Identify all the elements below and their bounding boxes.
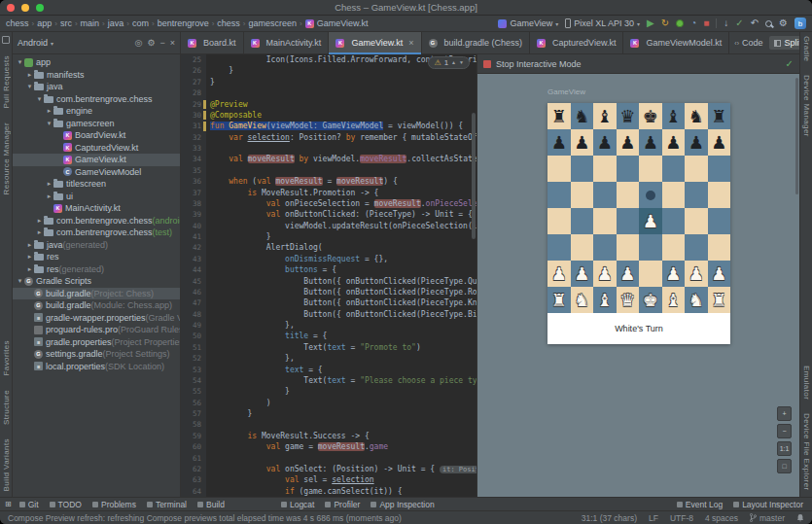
settings-gear-icon[interactable]: ⚙: [779, 18, 788, 28]
breadcrumb-item[interactable]: com: [132, 18, 149, 28]
breadcrumb-item[interactable]: KGameView.kt: [305, 18, 369, 28]
board-square[interactable]: ♟: [547, 129, 571, 156]
board-square[interactable]: [639, 156, 662, 182]
line-number[interactable]: 42: [181, 242, 206, 253]
board-square[interactable]: ♞: [685, 103, 708, 129]
tool-stripe-build-variants[interactable]: Build Variants: [2, 438, 11, 491]
chevron-up-icon[interactable]: ▲: [451, 60, 456, 65]
board-square[interactable]: [593, 208, 617, 234]
line-number[interactable]: 47: [181, 297, 206, 308]
code-line[interactable]: 42 AlertDialog(: [181, 242, 477, 253]
search-icon[interactable]: [765, 20, 772, 27]
breadcrumb-item[interactable]: java: [108, 18, 124, 28]
board-square[interactable]: [708, 208, 731, 234]
tree-item-build-gradle[interactable]: Gbuild.gradle (Module: Chess.app): [13, 299, 180, 312]
code-line[interactable]: 35: [181, 165, 477, 176]
line-ending-indicator[interactable]: LF: [649, 513, 658, 523]
zoom-button-out[interactable]: −: [777, 424, 792, 438]
tool-window-button-terminal[interactable]: Terminal: [147, 500, 187, 509]
tree-item-build-gradle[interactable]: Gbuild.gradle (Project: Chess): [13, 288, 180, 300]
notifications-bell-icon[interactable]: [796, 513, 804, 522]
tree-item-proguard-rules-pro[interactable]: proguard-rules.pro (ProGuard Rules for C…: [13, 324, 180, 336]
chevron-right-icon[interactable]: ▸: [25, 253, 34, 261]
tree-item-capturedview-kt[interactable]: KCapturedView.kt: [13, 142, 180, 155]
tree-item-gradle-scripts[interactable]: ▾GGradle Scripts: [13, 275, 180, 288]
tool-window-button-git[interactable]: Git: [19, 500, 39, 509]
code-line[interactable]: 43 onDismissRequest = {},: [181, 254, 477, 264]
board-square[interactable]: [685, 182, 708, 208]
board-square[interactable]: [639, 182, 662, 208]
project-tool-icon[interactable]: [2, 36, 10, 44]
board-square[interactable]: [571, 182, 594, 208]
code-line[interactable]: 59 is MoveResult.Success -> {: [181, 431, 477, 441]
line-number[interactable]: 28: [181, 87, 206, 98]
board-square[interactable]: ♟: [593, 261, 617, 287]
tool-stripe-pull-requests[interactable]: Pull Requests: [2, 55, 11, 109]
tree-item-gamescreen[interactable]: ▾gamescreen: [13, 118, 180, 130]
editor-tab[interactable]: Gbuild.gradle (Chess): [422, 32, 531, 53]
breadcrumb-item[interactable]: chess: [217, 18, 240, 28]
tree-item-res[interactable]: ▸res (generated): [13, 263, 180, 276]
chevron-right-icon[interactable]: ▸: [35, 217, 44, 225]
board-square[interactable]: [571, 234, 594, 261]
zoom-button-fit[interactable]: □: [777, 459, 792, 473]
run-button[interactable]: ▶: [647, 18, 654, 28]
code-line[interactable]: 38 val onPieceSelection = moveResult.onP…: [181, 198, 477, 209]
tree-item-gameview-kt[interactable]: KGameView.kt: [13, 154, 180, 166]
chevron-right-icon[interactable]: ▸: [45, 192, 53, 200]
line-number[interactable]: 30: [181, 110, 206, 121]
chevron-right-icon[interactable]: ▸: [25, 71, 34, 79]
line-number[interactable]: 41: [181, 231, 206, 242]
git-rollback-button[interactable]: ↶: [751, 18, 759, 28]
board-square[interactable]: [547, 234, 571, 261]
tool-window-button-app-inspection[interactable]: App Inspection: [371, 500, 434, 509]
line-number[interactable]: 27: [181, 77, 206, 87]
code-line[interactable]: 48 Button({ onButtonClicked(PieceType.Bi…: [181, 309, 477, 320]
stop-button[interactable]: ■: [703, 18, 709, 28]
board-square[interactable]: ♟: [617, 261, 640, 287]
line-number[interactable]: 64: [181, 486, 206, 497]
line-number[interactable]: 32: [181, 132, 206, 143]
code-line[interactable]: 45 Button({ onButtonClicked(PieceType.Qu…: [181, 276, 477, 287]
line-number[interactable]: 44: [181, 264, 206, 275]
board-square[interactable]: ♝: [662, 103, 686, 129]
chevron-right-icon[interactable]: ▸: [45, 180, 53, 188]
board-square[interactable]: [617, 156, 640, 182]
settings-gear-icon[interactable]: ⚙: [147, 38, 155, 48]
board-square[interactable]: ♟: [662, 261, 686, 287]
code-line[interactable]: 57 }: [181, 408, 477, 419]
tree-item-com-bentrengrove-chess[interactable]: ▾com.bentrengrove.chess: [13, 93, 180, 106]
zoom-button-in[interactable]: +: [777, 406, 792, 421]
breadcrumb-item[interactable]: gamescreen: [249, 18, 298, 28]
code-line[interactable]: 52 },: [181, 353, 477, 364]
line-number[interactable]: 54: [181, 375, 206, 386]
project-view-selector[interactable]: Android ▾: [18, 38, 53, 48]
board-square[interactable]: ♟: [639, 208, 662, 234]
code-line[interactable]: 44 buttons = {: [181, 264, 477, 275]
code-line[interactable]: 28: [181, 87, 477, 98]
line-number[interactable]: 36: [181, 176, 206, 187]
board-square[interactable]: [571, 208, 594, 234]
board-square[interactable]: ♞: [571, 103, 594, 129]
tool-stripe-device-manager[interactable]: Device Manager: [802, 75, 811, 137]
tree-item-java[interactable]: ▸java (generated): [13, 239, 180, 252]
zoom-button-actual[interactable]: 1:1: [777, 441, 792, 456]
tool-window-button-layout-inspector[interactable]: Layout Inspector: [733, 500, 803, 509]
tool-stripe-resource-manager[interactable]: Resource Manager: [2, 122, 11, 194]
board-square[interactable]: ♞: [571, 287, 594, 313]
board-square[interactable]: ♜: [547, 103, 571, 129]
preview-scrollbar[interactable]: [795, 78, 798, 194]
board-square[interactable]: [593, 156, 617, 182]
apply-changes-button[interactable]: ↻: [661, 18, 669, 28]
board-square[interactable]: ♚: [639, 103, 662, 129]
line-number[interactable]: 43: [181, 254, 206, 264]
editor-tab[interactable]: KCapturedView.kt: [530, 32, 623, 53]
code-line[interactable]: 30@Composable: [181, 110, 477, 121]
board-square[interactable]: [639, 261, 662, 287]
line-number[interactable]: 38: [181, 198, 206, 209]
breadcrumb-item[interactable]: app: [37, 18, 52, 28]
view-mode-code[interactable]: ‹›Code: [729, 36, 767, 50]
tool-window-switcher-icon[interactable]: ⊞: [5, 501, 12, 508]
chevron-right-icon[interactable]: ▸: [25, 241, 34, 249]
board-square[interactable]: ♟: [662, 129, 686, 156]
